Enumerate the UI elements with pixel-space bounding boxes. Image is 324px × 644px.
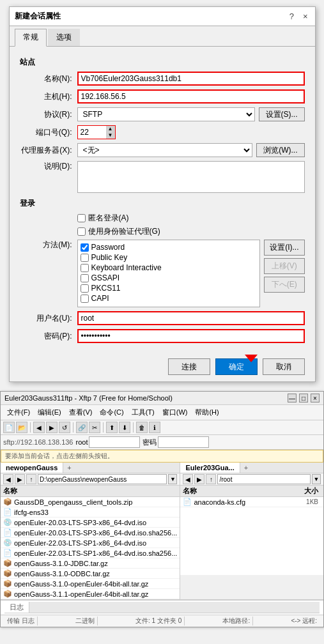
cancel-button[interactable]: 取消 — [263, 358, 305, 375]
ftp-toolbar: 📄 📂 ◀ ▶ ↺ 🔗 ✂ ⬆ ⬇ 🗑 ℹ — [1, 420, 323, 435]
toolbar-connect-icon[interactable]: 🔗 — [76, 422, 88, 433]
close-icon[interactable]: × — [301, 12, 310, 21]
port-input[interactable] — [78, 126, 106, 139]
method-down-button[interactable]: 下へ(E) — [264, 277, 304, 293]
file-name: openEuler-20.03-LTS-SP3-x86_64-dvd.iso — [14, 519, 177, 526]
toolbar-forward-icon[interactable]: ▶ — [46, 422, 58, 433]
file-icon: 📦 — [3, 498, 12, 506]
right-panel-add[interactable]: + — [240, 463, 252, 473]
menu-command[interactable]: 命令(C) — [96, 406, 127, 418]
toolbar-new-icon[interactable]: 📄 — [3, 422, 15, 433]
menu-edit[interactable]: 编辑(E) — [34, 406, 65, 418]
ftp-password-input[interactable] — [158, 436, 209, 448]
menu-tools[interactable]: 工具(T) — [128, 406, 158, 418]
left-forward-btn[interactable]: ▶ — [15, 474, 25, 484]
ftp-titlebar: Euler203Gauss311ftp - Xftp 7 (Free for H… — [1, 392, 323, 405]
toolbar-upload-icon[interactable]: ⬆ — [106, 422, 118, 433]
file-name: anaconda-ks.cfg — [194, 498, 287, 506]
menu-window[interactable]: 窗口(W) — [158, 406, 192, 418]
method-settings-button[interactable]: 设置(I)... — [264, 240, 304, 256]
list-item[interactable]: 📦 openGauss-3.1.1-openEuler-64bit-all.ta… — [1, 589, 180, 599]
browse-button[interactable]: 浏览(W)... — [256, 143, 304, 157]
host-input[interactable] — [77, 89, 305, 103]
list-item[interactable]: 📄 ifcfg-ens33 — [1, 507, 180, 518]
file-icon: 📄 — [183, 498, 192, 506]
list-item[interactable]: 📦 openGauss-3.1.0-JDBC.tar.gz — [1, 558, 180, 569]
addr-root-field: root — [75, 436, 140, 448]
login-section-title: 登录 — [20, 198, 305, 209]
method-pubkey-checkbox[interactable] — [81, 254, 89, 262]
close-window-button[interactable]: × — [311, 394, 320, 402]
maximize-button[interactable]: □ — [299, 394, 308, 402]
new-session-dialog: 新建会话属性 ? × 常规 选项 站点 名称(N): 主机(H): 协议(R): — [9, 6, 316, 382]
method-gssapi-checkbox[interactable] — [81, 274, 89, 282]
protocol-select[interactable]: SFTP FTP SCP FTPS — [77, 107, 255, 121]
toolbar-open-icon[interactable]: 📂 — [16, 422, 27, 433]
right-up-btn[interactable]: ↑ — [206, 474, 216, 484]
file-name: openGauss-3.1.0-openEuler-64bit-all.tar.… — [14, 580, 177, 588]
connect-button[interactable]: 连接 — [168, 358, 210, 375]
tab-general[interactable]: 常规 — [15, 29, 47, 47]
toolbar-disconnect-icon[interactable]: ✂ — [89, 422, 100, 433]
method-up-button[interactable]: 上移(V) — [264, 258, 304, 274]
toolbar-back-icon[interactable]: ◀ — [33, 422, 45, 433]
method-gssapi-label: GSSAPI — [91, 273, 120, 282]
list-item[interactable]: 📦 openGauss-3.1.0-ODBC.tar.gz — [1, 569, 180, 579]
left-path-dropdown[interactable]: ▼ — [168, 474, 177, 484]
right-back-btn[interactable]: ◀ — [183, 474, 193, 484]
username-label: 用户名(U): — [20, 313, 77, 324]
left-panel-tab[interactable]: newopenGauss — [1, 463, 63, 473]
menu-file[interactable]: 文件(F) — [3, 406, 34, 418]
left-panel-add[interactable]: + — [63, 463, 75, 473]
right-path-dropdown[interactable]: ▼ — [312, 474, 321, 484]
toolbar-delete-icon[interactable]: 🗑 — [136, 422, 148, 433]
menu-view[interactable]: 查看(V) — [65, 406, 96, 418]
tab-options[interactable]: 选项 — [48, 29, 80, 46]
menu-help[interactable]: 帮助(H) — [191, 406, 222, 418]
right-panel-tab[interactable]: Euler203Gua... — [180, 463, 240, 473]
method-keyboard-checkbox[interactable] — [81, 264, 89, 272]
help-icon[interactable]: ? — [288, 12, 296, 21]
method-pkcs11-checkbox[interactable] — [81, 284, 89, 293]
root-input[interactable] — [89, 436, 140, 448]
left-path-input[interactable] — [38, 474, 167, 484]
list-item[interactable]: 📄 anaconda-ks.cfg 1KB — [180, 497, 323, 507]
anon-checkbox[interactable] — [77, 214, 86, 222]
port-spinners: ▲ ▼ — [106, 126, 115, 139]
ftp-window: Euler203Gauss311ftp - Xftp 7 (Free for H… — [0, 391, 324, 627]
list-item[interactable]: 📦 GaussDB_opengauss_client_tools.zip — [1, 497, 180, 507]
name-input[interactable] — [77, 72, 305, 86]
status-remote: <-> 远程: — [288, 617, 320, 625]
left-up-btn[interactable]: ↑ — [26, 474, 36, 484]
desc-label: 说明(D): — [20, 161, 77, 172]
toolbar-download-icon[interactable]: ⬇ — [119, 422, 130, 433]
log-tab[interactable]: 日志 — [4, 602, 29, 613]
proxy-row: 代理服务器(X): <无> 浏览(W)... — [20, 143, 305, 157]
toolbar-props-icon[interactable]: ℹ — [149, 422, 160, 433]
right-path-input[interactable] — [217, 474, 311, 484]
list-item[interactable]: 📄 openEuler-20.03-LTS-SP3-x86_64-dvd.iso… — [1, 528, 180, 538]
method-capi: CAPI — [81, 294, 258, 303]
list-item[interactable]: 📄 openEuler-22.03-LTS-SP1-x86_64-dvd.iso… — [1, 548, 180, 558]
method-password-checkbox[interactable] — [81, 243, 89, 252]
agent-checkbox[interactable] — [77, 227, 86, 236]
banner-text: 要添加当前会话，点击左侧前头按钮。 — [5, 452, 114, 459]
port-down-icon[interactable]: ▼ — [106, 132, 115, 139]
left-back-btn[interactable]: ◀ — [3, 474, 13, 484]
method-keyboard: Keyboard Interactive — [81, 263, 258, 272]
toolbar-refresh-icon[interactable]: ↺ — [59, 422, 70, 433]
right-panel-tabs: Euler203Gua... + — [180, 463, 323, 473]
right-forward-btn[interactable]: ▶ — [194, 474, 204, 484]
password-input[interactable] — [77, 329, 305, 343]
settings-button[interactable]: 设置(S)... — [259, 107, 305, 121]
port-up-icon[interactable]: ▲ — [106, 126, 115, 132]
list-item[interactable]: 📦 openGauss-3.1.0-openEuler-64bit-all.ta… — [1, 579, 180, 589]
method-capi-checkbox[interactable] — [81, 295, 89, 303]
proxy-select[interactable]: <无> — [77, 143, 253, 157]
list-item[interactable]: 💿 openEuler-22.03-LTS-SP1-x86_64-dvd.iso — [1, 538, 180, 548]
list-item[interactable]: 💿 openEuler-20.03-LTS-SP3-x86_64-dvd.iso — [1, 518, 180, 528]
minimize-button[interactable]: — — [288, 394, 297, 402]
desc-textarea[interactable] — [77, 161, 305, 193]
file-icon: 📦 — [3, 559, 12, 567]
username-input[interactable] — [77, 311, 305, 325]
